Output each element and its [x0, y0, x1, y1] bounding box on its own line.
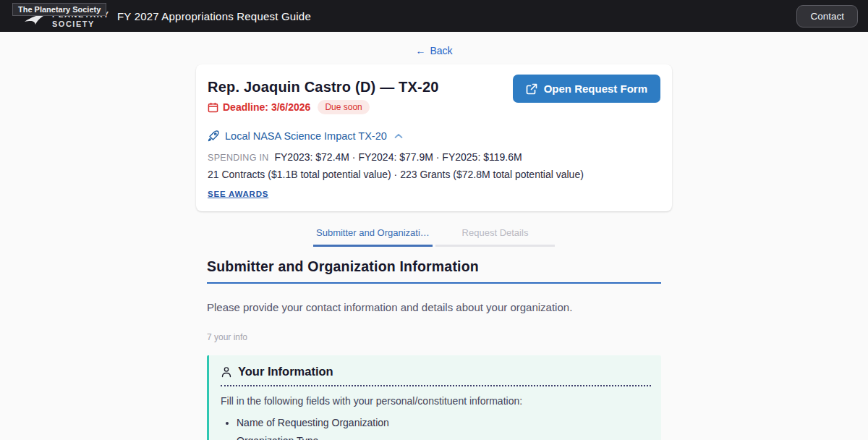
chevron-up-icon — [394, 133, 403, 139]
nasa-impact-block: Local NASA Science Impact TX-20 SPENDING… — [208, 130, 660, 200]
app-header: PLANETARY SOCIETY The Planetary Society … — [0, 0, 868, 32]
contact-button[interactable]: Contact — [796, 5, 858, 28]
rep-card-top: Rep. Joaquin Castro (D) — TX-20 Deadline… — [208, 75, 660, 114]
nasa-impact-title: Local NASA Science Impact TX-20 — [225, 130, 387, 142]
tab-request-details[interactable]: Request Details — [435, 221, 555, 247]
spending-label: SPENDING IN — [208, 153, 269, 163]
bullet-text: Name of Requesting Organization — [237, 417, 389, 428]
representative-card: Rep. Joaquin Castro (D) — TX-20 Deadline… — [196, 64, 672, 211]
info-bullet-list: Name of Requesting Organization Organiza… — [237, 417, 651, 440]
bullet-text: Organization Type — [237, 435, 318, 440]
spending-values: FY2023: $72.4M · FY2024: $77.9M · FY2025… — [274, 151, 522, 163]
main-content: ←Back Rep. Joaquin Castro (D) — TX-20 De… — [196, 32, 672, 440]
your-information-card: Your Information Fill in the following f… — [207, 355, 661, 440]
list-item: Organization Type — [237, 435, 651, 440]
section-description: Please provide your contact information … — [207, 301, 661, 313]
logo-tooltip: The Planetary Society — [12, 3, 106, 16]
info-card-intro: Fill in the following fields with your p… — [221, 395, 651, 407]
representative-name: Rep. Joaquin Castro (D) — TX-20 — [208, 75, 439, 96]
back-arrow-icon: ← — [415, 45, 425, 56]
dotted-divider — [221, 385, 651, 386]
spending-row: SPENDING IN FY2023: $72.4M · FY2024: $77… — [208, 151, 660, 163]
deadline-row: Deadline: 3/6/2026 Due soon — [208, 100, 439, 114]
list-item: Name of Requesting Organization — [237, 417, 651, 428]
logo-line2: SOCIETY — [52, 20, 95, 28]
page-title: FY 2027 Appropriations Request Guide — [117, 10, 311, 22]
section-divider — [207, 282, 661, 284]
nasa-impact-toggle[interactable]: Local NASA Science Impact TX-20 — [208, 130, 660, 142]
open-request-form-button[interactable]: Open Request Form — [513, 75, 660, 103]
open-request-form-label: Open Request Form — [544, 82, 647, 95]
person-icon — [221, 366, 232, 378]
calendar-icon — [208, 102, 218, 113]
info-card-title: Your Information — [238, 365, 333, 378]
external-link-icon — [526, 83, 537, 95]
planetary-society-logo[interactable]: PLANETARY SOCIETY The Planetary Society — [10, 0, 97, 32]
section-heading: Submitter and Organization Information — [207, 258, 661, 275]
due-soon-badge: Due soon — [318, 100, 369, 114]
see-awards-link[interactable]: SEE AWARDS — [208, 190, 268, 198]
rep-card-left: Rep. Joaquin Castro (D) — TX-20 Deadline… — [208, 75, 439, 114]
anchor-note: 7 your info — [207, 332, 661, 342]
tab-submitter-and-organization[interactable]: Submitter and Organizatio… — [313, 221, 433, 247]
rocket-icon — [208, 130, 219, 142]
back-row: ←Back — [196, 32, 672, 64]
tabs-row: Submitter and Organizatio… Request Detai… — [196, 221, 672, 247]
contracts-grants-row: 21 Contracts ($1.1B total potential valu… — [208, 169, 660, 180]
back-link[interactable]: ←Back — [415, 45, 452, 56]
back-label: Back — [430, 45, 452, 56]
deadline-text: Deadline: 3/6/2026 — [223, 101, 310, 113]
info-card-title-row: Your Information — [221, 365, 651, 378]
